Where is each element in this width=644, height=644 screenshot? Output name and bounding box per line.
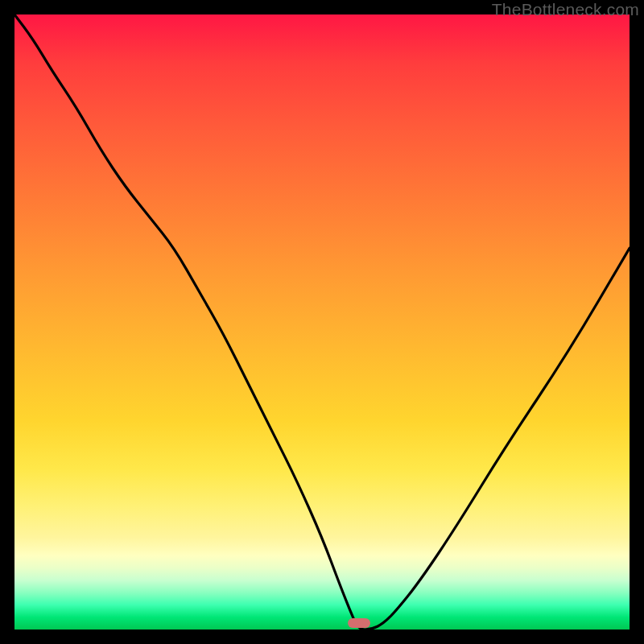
bottleneck-curve — [14, 14, 630, 630]
plot-area — [14, 14, 630, 630]
watermark-text: TheBottleneck.com — [492, 0, 639, 19]
chart-stage: TheBottleneck.com — [0, 0, 644, 644]
optimum-marker — [348, 618, 370, 628]
curve-layer — [14, 14, 630, 630]
